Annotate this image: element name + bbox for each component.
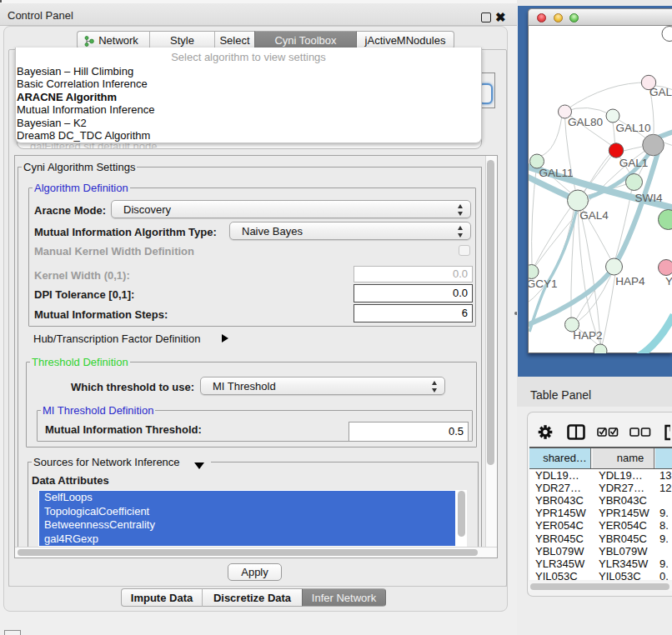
svg-text:GAL11: GAL11 (539, 167, 573, 179)
svg-text:SWI4: SWI4 (634, 192, 662, 204)
svg-text:GAL4: GAL4 (579, 209, 609, 222)
svg-text:HAP4: HAP4 (615, 275, 645, 288)
svg-text:GAL1: GAL1 (619, 157, 649, 169)
svg-text:YDR: YDR (665, 275, 672, 288)
svg-text:GAL10: GAL10 (615, 122, 650, 134)
svg-text:GCY1: GCY1 (529, 278, 557, 290)
svg-text:GAL80: GAL80 (568, 116, 603, 128)
svg-text:HAP2: HAP2 (573, 329, 602, 342)
svg-text:GAL2: GAL2 (649, 86, 672, 98)
